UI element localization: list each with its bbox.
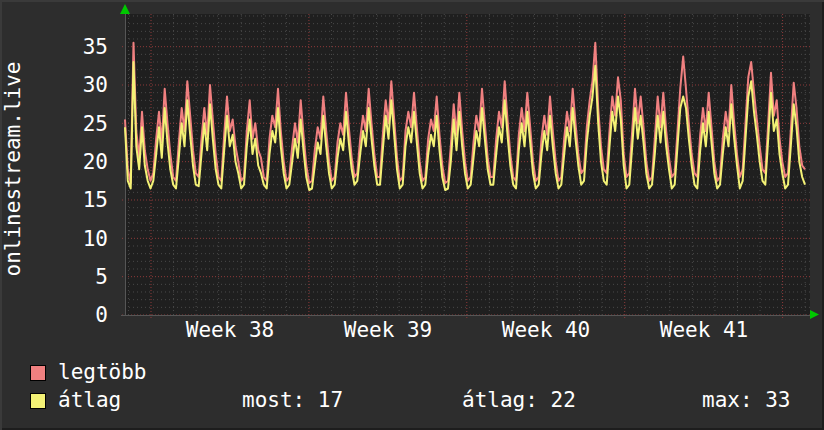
x-label-week39: Week 39 [308,319,468,341]
legend-label-legtobb: legtöbb [58,361,147,383]
x-label-week41: Week 41 [624,319,784,341]
rrd-graph: onlinestream.live 0 5 10 15 20 25 30 35 … [0,0,824,430]
y-tick-label-0: 0 [8,304,108,326]
y-tick-label-25: 25 [8,113,108,135]
y-tick-label-35: 35 [8,36,108,58]
legend-label-atlag: átlag [58,389,121,411]
y-tick-label-5: 5 [8,266,108,288]
x-label-week38: Week 38 [150,319,310,341]
y-tick-label-30: 30 [8,74,108,96]
legend-swatch-legtobb [30,365,46,381]
stat-atlag: átlag: 22 [462,389,576,411]
y-tick-label-20: 20 [8,151,108,173]
legend-swatch-atlag [30,393,46,409]
y-tick-label-10: 10 [8,228,108,250]
stat-most: most: 17 [242,389,343,411]
x-label-week40: Week 40 [466,319,626,341]
stat-max: max: 33 [702,389,791,411]
y-tick-label-15: 15 [8,189,108,211]
